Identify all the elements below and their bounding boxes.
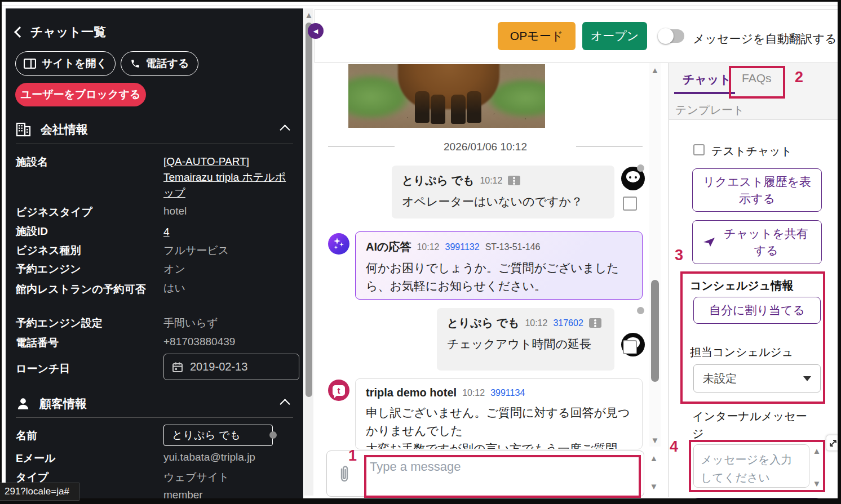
app-root: チャット一覧 サイトを開く 電話する ユーザーをブロックする 会社情報 施設名 … — [0, 0, 841, 47]
facility-id-link[interactable]: 4 — [163, 224, 170, 240]
internal-message-input[interactable] — [693, 444, 809, 488]
chat-toolbar: OPモード オープン メッセージを自動翻訳する — [315, 9, 838, 63]
message-select-checkbox[interactable] — [623, 197, 637, 211]
test-chat-checkbox[interactable] — [693, 144, 705, 155]
message-bubble-ai[interactable]: AIの応答 10:12 3991132 ST-13-51-146 何かお困りでし… — [355, 231, 643, 300]
assign-self-label: 自分に割り当てる — [709, 302, 805, 319]
op-mode-button[interactable]: OPモード — [498, 22, 576, 50]
field-label-restaurant: 館内レストランの予約可否 — [16, 281, 151, 298]
input-scroll-down-arrow[interactable]: ▼ — [648, 482, 659, 490]
share-chat-button[interactable]: チャットを共有する — [692, 220, 822, 264]
annotation-number-3: 3 — [675, 247, 683, 264]
message-bubble-hotel[interactable]: tripla demo hotel 10:12 3991134 申し訳ございませ… — [355, 378, 643, 449]
chevron-down-icon — [803, 376, 811, 381]
input-scroll-up-arrow[interactable]: ▲ — [648, 454, 659, 462]
message-text: チェックアウト時間の延長 — [447, 335, 604, 353]
message-bubble-customer[interactable]: とりぷら でも 10:12 オペレーターはいないのですか？ — [392, 166, 614, 218]
restaurant-value: はい — [163, 281, 185, 296]
message-time: 10:12 — [417, 242, 439, 252]
phone-value: +81703880439 — [163, 336, 235, 348]
frame-bottom — [0, 498, 841, 504]
auto-translate-label: メッセージを自動翻訳する — [693, 31, 836, 47]
collapse-sidebar-button[interactable]: ◀ — [308, 23, 324, 39]
channel-ticket-icon — [589, 318, 601, 328]
channel-ticket-icon — [508, 176, 520, 185]
open-site-button[interactable]: サイトを開く — [15, 51, 116, 76]
annotation-number-4: 4 — [670, 438, 678, 456]
attachment-paperclip-icon[interactable] — [338, 465, 351, 484]
launch-date-picker[interactable]: 2019-02-13 — [163, 354, 299, 380]
facility-name-link[interactable]: [QA-AUTO-PART] Temairazu tripla ホテルポップ — [163, 154, 292, 201]
test-chat-label: テストチャット — [711, 144, 792, 159]
customer-info-header[interactable]: 顧客情報 — [16, 396, 293, 412]
field-label-phone: 電話番号 — [16, 336, 59, 350]
capybara-body — [398, 64, 499, 109]
field-label-launch-date: ローンチ日 — [16, 362, 70, 376]
message-sender: AIの応答 — [366, 239, 411, 255]
scroll-down-arrow[interactable]: ▼ — [650, 436, 659, 444]
block-user-label: ユーザーをブロックする — [20, 87, 140, 102]
back-label: チャット一覧 — [30, 24, 106, 41]
request-history-button[interactable]: リクエスト履歴を表示する — [692, 168, 822, 212]
tab-chat[interactable]: チャット — [683, 72, 731, 87]
assign-self-button[interactable]: 自分に割り当てる — [693, 297, 821, 324]
engine-setting-value: 手間いらず — [163, 316, 218, 331]
capybara-leg — [467, 91, 481, 123]
auto-translate-toggle[interactable] — [659, 29, 684, 43]
scroll-up-arrow[interactable]: ▲ — [304, 11, 313, 19]
internal-scroll-down-arrow[interactable]: ▼ — [812, 479, 822, 488]
collapse-chevron-icon[interactable] — [280, 399, 290, 409]
template-label: テンプレート — [675, 102, 744, 118]
customer-name-input[interactable]: とりぷら でも — [163, 425, 273, 446]
concierge-select[interactable]: 未設定 — [693, 364, 821, 393]
hotel-avatar: t — [328, 380, 349, 401]
building-icon — [16, 122, 32, 137]
email-value: yui.tabata@tripla.jp — [163, 451, 255, 463]
chat-scrollbar-thumb[interactable] — [651, 280, 659, 382]
concierge-select-value: 未設定 — [703, 371, 737, 386]
frame-left — [0, 0, 2, 504]
page-scrollbar[interactable]: ▲ — [304, 8, 313, 496]
divider-line — [576, 146, 643, 147]
chat-scrollbar[interactable]: ▲ ▼ — [649, 63, 661, 447]
call-button[interactable]: 電話する — [121, 51, 198, 76]
message-input[interactable] — [369, 458, 636, 496]
block-user-button[interactable]: ユーザーをブロックする — [15, 83, 146, 106]
message-id-link[interactable]: 317602 — [553, 318, 583, 328]
capybara-leg — [415, 91, 430, 123]
message-bubble-customer[interactable]: とりぷら でも 10:12 317602 チェックアウト時間の延長 — [437, 308, 614, 371]
status-open-button[interactable]: オープン — [582, 22, 647, 50]
collapse-chevron-icon[interactable] — [280, 124, 290, 135]
annotation-number-1: 1 — [348, 447, 357, 465]
back-to-chat-list[interactable]: チャット一覧 — [16, 24, 106, 41]
company-info-title: 会社情報 — [41, 122, 88, 137]
type-value: ウェブサイト — [163, 470, 229, 485]
ai-avatar — [328, 233, 349, 255]
customer-name-value: とりぷら でも — [172, 428, 241, 443]
message-time: 10:12 — [525, 318, 547, 328]
cat-face-icon — [626, 171, 640, 182]
chat-image-capybara[interactable] — [348, 64, 545, 128]
name-status-dot — [269, 431, 277, 439]
scroll-up-arrow[interactable]: ▲ — [650, 66, 659, 74]
company-info-header[interactable]: 会社情報 — [16, 122, 293, 137]
field-label-booking-engine: 予約エンジン — [16, 262, 81, 276]
toggle-knob[interactable] — [658, 28, 674, 44]
message-select-checkbox[interactable] — [623, 340, 637, 354]
annotation-number-2: 2 — [795, 69, 803, 86]
request-history-label: リクエスト履歴を表示する — [701, 173, 813, 207]
statusbar-url: 291?locale=ja# — [5, 486, 69, 497]
field-label-email: Eメール — [16, 451, 56, 466]
internal-scroll-up-arrow[interactable]: ▲ — [812, 447, 822, 455]
phone-icon — [130, 59, 140, 69]
page-scrollbar-thumb[interactable] — [306, 23, 312, 397]
message-id-link[interactable]: 3991134 — [490, 388, 525, 398]
chevron-left-icon — [14, 26, 25, 38]
sparkles-icon — [331, 237, 346, 251]
message-id-link[interactable]: 3991132 — [445, 242, 480, 252]
concierge-info-title: コンシェルジュ情報 — [690, 278, 793, 293]
launch-date-value: 2019-02-13 — [190, 360, 247, 373]
statusbar-url-tooltip: 291?locale=ja# — [0, 483, 79, 501]
message-sender: とりぷら でも — [402, 173, 474, 188]
message-time: 10:12 — [480, 176, 502, 186]
